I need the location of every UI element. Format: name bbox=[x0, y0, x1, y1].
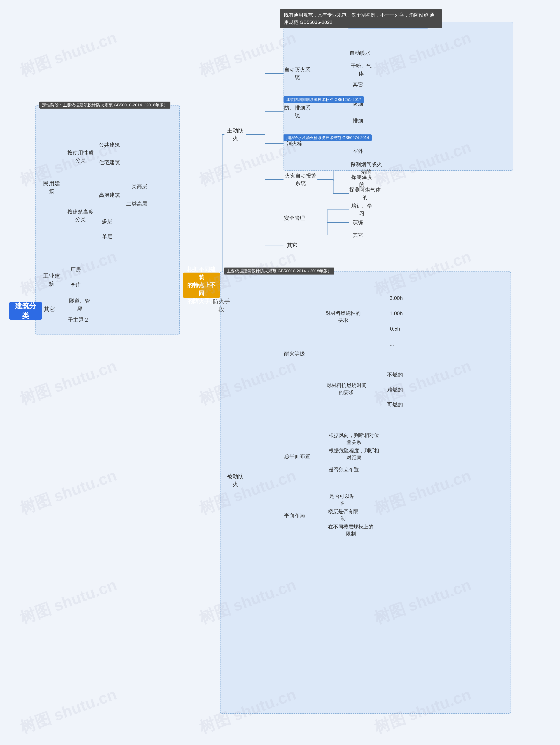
node-outdoor: 室外 bbox=[349, 147, 366, 155]
node-warehouse: 仓库 bbox=[67, 281, 84, 289]
node-public-building: 公共建筑 bbox=[98, 141, 120, 149]
node-05h: 0.5h bbox=[386, 325, 404, 333]
node-adjacent: 是否可以贴临 bbox=[327, 496, 357, 504]
node-detect-smoke: 探测烟气或火焰的 bbox=[349, 164, 383, 172]
node-combustible: 可燃的 bbox=[386, 401, 404, 409]
bottom-right-section: 主要依据建筑设计防火规范 GB50016-2014（2018年版） bbox=[220, 271, 511, 714]
header-hydrant: 消防给水及消火栓系统技术规范 GB50974-2014 bbox=[283, 134, 372, 141]
node-independent-layout: 是否独立布置 bbox=[327, 465, 360, 473]
node-auto-fire-system: 自动灭火系统 bbox=[283, 69, 311, 78]
node-singlelevel: 单层 bbox=[98, 233, 116, 240]
node-by-use: 按使用性质分类 bbox=[66, 151, 95, 162]
notice-box: 既有通用规范，又有专业规范，仅个别举例，不一一列举，消防设施 通用规范 GB55… bbox=[280, 9, 442, 28]
node-1h: 1.00h bbox=[386, 310, 406, 318]
node-noncombustible: 不燃的 bbox=[386, 371, 404, 379]
node-combustibility: 对材料燃烧性的要求 bbox=[325, 312, 361, 321]
node-danger-level: 根据危险程度，判断相对距离 bbox=[327, 450, 381, 458]
node-floor-limit: 楼层是否有限制 bbox=[327, 511, 359, 519]
node-detect-temp: 探测温度的 bbox=[349, 177, 374, 185]
node-subtopic2: 子主题 2 bbox=[67, 316, 89, 324]
node-site-layout: 总平面布置 bbox=[283, 452, 311, 461]
node-civil-building: 民用建筑 bbox=[41, 183, 63, 192]
node-active-defense: 主动防火 bbox=[224, 130, 246, 139]
node-flame-retardant: 难燃的 bbox=[386, 386, 404, 394]
node-other-left: 其它 bbox=[41, 305, 58, 314]
node-factory: 厂房 bbox=[67, 265, 84, 273]
node-other-active: 其它 bbox=[283, 241, 301, 250]
node-auto-spray: 自动喷水 bbox=[349, 49, 371, 57]
highlight-node: 根据不同建筑 的特点上不同 的防火手段 bbox=[183, 272, 220, 298]
node-wind-direction: 根据风向，判断相对位置关系 bbox=[327, 435, 381, 443]
node-fire-alarm: 火灾自动报警系统 bbox=[283, 175, 317, 184]
node-powder-gas: 干粉、气体 bbox=[349, 66, 373, 73]
node-floor-scale-limit: 在不同楼层规模上的限制 bbox=[327, 526, 374, 534]
node-fire-prevention-means: 防火手段 bbox=[210, 301, 232, 310]
node-passive-defense: 被动防火 bbox=[224, 476, 246, 485]
bottom-right-header: 主要依据建筑设计防火规范 GB50016-2014（2018年版） bbox=[224, 267, 334, 274]
node-other-auto: 其它 bbox=[349, 80, 366, 89]
node-highrise: 高层建筑 bbox=[98, 191, 120, 199]
node-training: 培训、学习 bbox=[349, 206, 374, 214]
node-detect-gas: 探测可燃气体的 bbox=[349, 190, 381, 197]
node-smoke-system: 防、排烟系统 bbox=[283, 107, 311, 116]
node-floor-layout: 平面布局 bbox=[283, 511, 305, 520]
node-safety-mgmt: 安全管理 bbox=[283, 214, 305, 222]
node-fire-resistance: 耐火等级 bbox=[283, 349, 305, 358]
node-residential: 住宅建筑 bbox=[98, 159, 120, 166]
node-drill: 演练 bbox=[349, 219, 366, 226]
node-3h: 3.00h bbox=[386, 294, 406, 302]
node-multilevel: 多层 bbox=[98, 217, 116, 225]
header-smoke: 建筑防烟排烟系统技术标准 GB51251-2017 bbox=[283, 96, 364, 103]
root-node: 建筑分类 bbox=[9, 302, 42, 320]
node-tunnel: 隧道、管廊 bbox=[67, 300, 92, 309]
notice-text: 既有通用规范，又有专业规范，仅个别举例，不一一列举，消防设施 通用规范 GB55… bbox=[284, 12, 434, 25]
node-burn-duration: 对材料抗燃烧时间的要求 bbox=[325, 384, 368, 393]
node-other-safety: 其它 bbox=[349, 231, 366, 239]
node-type2-highrise: 二类高层 bbox=[126, 200, 148, 208]
node-by-height: 按建筑高度分类 bbox=[66, 210, 95, 221]
node-smoke-exhaust: 排烟 bbox=[349, 117, 366, 125]
node-industrial-building: 工业建筑 bbox=[41, 276, 63, 284]
node-type1-highrise: 一类高层 bbox=[126, 182, 148, 190]
node-dots: ... bbox=[386, 340, 397, 348]
left-section-header: 定性阶段：主要依据建筑设计防火规范 GB50016-2014（2018年版） bbox=[39, 102, 170, 108]
